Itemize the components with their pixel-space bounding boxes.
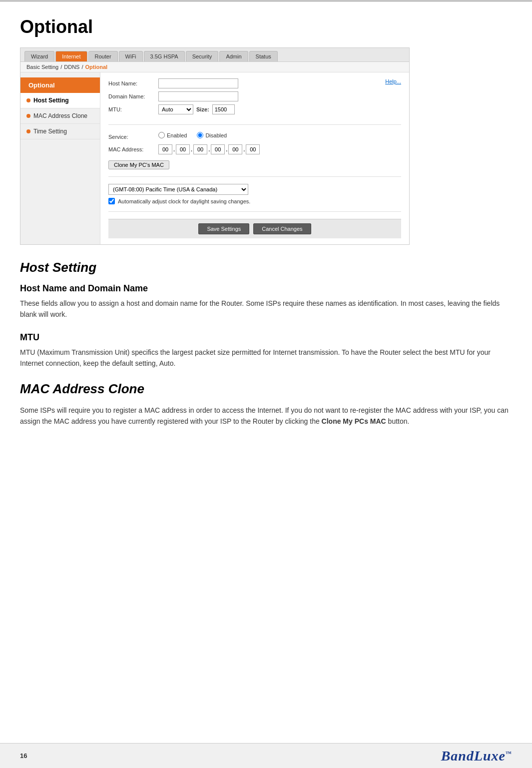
help-link[interactable]: Help... [385, 78, 401, 84]
doc-host-setting: Host Setting Host Name and Domain Name T… [20, 260, 512, 369]
cancel-changes-button[interactable]: Cancel Changes [253, 223, 311, 234]
mac-octet-5[interactable] [228, 144, 242, 154]
page-number: 16 [20, 752, 27, 760]
sidebar-item-time-setting[interactable]: Time Setting [20, 124, 100, 139]
doc-mac-clone-heading: MAC Address Clone [20, 381, 512, 397]
tab-wifi[interactable]: WiFi [119, 51, 143, 61]
mac-octet-3[interactable] [193, 144, 207, 154]
brand-name: BandLuxe [441, 748, 506, 764]
doc-host-setting-heading: Host Setting [20, 260, 512, 275]
domain-name-input[interactable] [158, 91, 238, 101]
host-setting-section: Help... Host Name: Domain Name: MTU: A [108, 78, 401, 125]
host-name-row: Host Name: [108, 78, 385, 88]
page-content: Optional Wizard Internet Router WiFi 3.5… [0, 1, 532, 469]
timezone-select[interactable]: (GMT-08:00) Pacific Time (USA & Canada) … [108, 184, 248, 195]
dst-checkbox[interactable] [108, 198, 115, 204]
tab-3g-hspa[interactable]: 3.5G HSPA [144, 51, 185, 61]
tab-router[interactable]: Router [88, 51, 118, 61]
mac-address-label: MAC Address: [108, 146, 158, 152]
domain-name-label: Domain Name: [108, 93, 158, 99]
brand-tm: ™ [506, 750, 512, 757]
doc-hostname-text: These fields allow you to assign a host … [20, 298, 512, 320]
host-name-input[interactable] [158, 78, 238, 88]
doc-mtu: MTU MTU (Maximum Transmission Unit) spec… [20, 332, 512, 369]
breadcrumb: Basic Setting / DDNS / Optional [20, 62, 409, 72]
breadcrumb-separator-1: / [60, 64, 62, 70]
mac-octets: . . . . . [158, 144, 260, 154]
breadcrumb-basic-setting: Basic Setting [26, 64, 58, 70]
host-name-label: Host Name: [108, 80, 158, 86]
timezone-row: (GMT-08:00) Pacific Time (USA & Canada) … [108, 184, 401, 195]
main-panel-content: Help... Host Name: Domain Name: MTU: A [100, 72, 409, 244]
mtu-controls: Auto Manual Size: [158, 104, 235, 114]
mac-octet-2[interactable] [176, 144, 190, 154]
breadcrumb-separator-2: / [81, 64, 83, 70]
clone-mac-button[interactable]: Clone My PC's MAC [108, 160, 169, 169]
time-setting-section: (GMT-08:00) Pacific Time (USA & Canada) … [108, 184, 401, 212]
doc-mtu-subheading: MTU [20, 332, 512, 343]
size-label: Size: [196, 106, 209, 112]
domain-name-row: Domain Name: [108, 91, 401, 101]
clone-btn-row: Clone My PC's MAC [108, 157, 401, 169]
tab-security[interactable]: Security [186, 51, 219, 61]
mtu-row: MTU: Auto Manual Size: [108, 104, 401, 114]
action-bar: Save Settings Cancel Changes [108, 219, 401, 238]
router-panel: Wizard Internet Router WiFi 3.5G HSPA Se… [20, 47, 410, 245]
doc-mtu-text: MTU (Maximum Transmission Unit) specific… [20, 347, 512, 369]
service-row: Service: Enabled Disabled [108, 132, 401, 141]
sidebar-dot-host [26, 98, 30, 102]
dst-label: Automatically adjust clock for daylight … [118, 198, 250, 204]
sidebar: Optional Host Setting MAC Address Clone … [20, 72, 100, 244]
mac-octet-4[interactable] [211, 144, 225, 154]
save-settings-button[interactable]: Save Settings [198, 223, 249, 234]
tab-internet[interactable]: Internet [55, 51, 87, 61]
mtu-size-input[interactable] [212, 104, 235, 114]
disabled-radio[interactable] [197, 132, 203, 138]
tab-status[interactable]: Status [249, 51, 278, 61]
brand-logo: BandLuxe™ [441, 748, 512, 764]
page-footer: 16 BandLuxe™ [0, 743, 532, 768]
disabled-label: Disabled [205, 132, 227, 138]
nav-tabs: Wizard Internet Router WiFi 3.5G HSPA Se… [20, 48, 409, 62]
sidebar-dot-mac [26, 114, 30, 118]
mac-address-section: Service: Enabled Disabled [108, 132, 401, 177]
tab-wizard[interactable]: Wizard [24, 51, 54, 61]
enabled-option[interactable]: Enabled [158, 132, 187, 138]
sidebar-label-time-setting: Time Setting [33, 128, 67, 135]
service-radio-group: Enabled Disabled [158, 132, 227, 138]
sidebar-optional-label: Optional [20, 77, 100, 93]
doc-mac-clone: MAC Address Clone Some ISPs will require… [20, 381, 512, 427]
service-label: Service: [108, 134, 158, 140]
doc-mac-clone-text: Some ISPs will require you to register a… [20, 405, 512, 427]
mtu-select[interactable]: Auto Manual [158, 104, 193, 114]
page-title: Optional [20, 16, 512, 37]
enabled-radio[interactable] [158, 132, 165, 138]
mac-address-row: MAC Address: . . . . . [108, 144, 401, 154]
doc-hostname-subheading: Host Name and Domain Name [20, 283, 512, 294]
disabled-option[interactable]: Disabled [197, 132, 227, 138]
panel-body: Optional Host Setting MAC Address Clone … [20, 72, 409, 244]
sidebar-item-mac-address-clone[interactable]: MAC Address Clone [20, 108, 100, 124]
mac-octet-1[interactable] [158, 144, 172, 154]
breadcrumb-optional: Optional [85, 64, 108, 70]
doc-hostname-domain: Host Name and Domain Name These fields a… [20, 283, 512, 320]
breadcrumb-ddns: DDNS [64, 64, 79, 70]
mac-octet-6[interactable] [246, 144, 260, 154]
clone-mac-bold: Clone My PCs MAC [322, 417, 386, 425]
sidebar-item-host-setting[interactable]: Host Setting [20, 93, 100, 108]
tab-admin[interactable]: Admin [219, 51, 248, 61]
sidebar-dot-time [26, 129, 30, 133]
sidebar-label-host-setting: Host Setting [33, 97, 69, 104]
sidebar-label-mac-address-clone: MAC Address Clone [33, 112, 87, 119]
enabled-label: Enabled [167, 132, 187, 138]
dst-row: Automatically adjust clock for daylight … [108, 198, 401, 204]
mtu-label: MTU: [108, 106, 158, 112]
